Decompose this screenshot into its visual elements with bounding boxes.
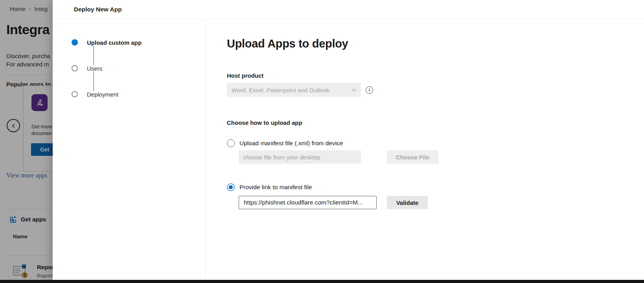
step-label: Users <box>87 65 102 72</box>
stepper-step-deployment[interactable]: Deployment <box>72 91 205 97</box>
step-connector <box>93 71 94 91</box>
panel-header: Deploy New App <box>53 0 644 19</box>
step-label: Deployment <box>87 91 118 98</box>
manifest-file-input[interactable] <box>239 150 361 164</box>
chevron-down-icon <box>351 88 357 92</box>
step-label: Upload custom app <box>87 39 142 46</box>
deploy-new-app-panel: Deploy New App Upload custom app Users D… <box>53 0 644 280</box>
info-icon[interactable]: i <box>366 86 373 94</box>
step-circle-icon <box>72 65 78 71</box>
choose-file-button[interactable]: Choose File <box>387 150 438 164</box>
upload-method-label: Choose how to upload app <box>227 119 644 126</box>
host-product-dropdown[interactable]: Word, Excel, Powerpoint and Outlook <box>227 83 361 97</box>
panel-content: Upload Apps to deploy Host product Word,… <box>206 19 644 280</box>
step-connector <box>93 46 94 65</box>
panel-title: Deploy New App <box>74 6 122 13</box>
step-active-dot-icon <box>72 39 78 46</box>
host-product-label: Host product <box>227 72 644 79</box>
manifest-url-input[interactable] <box>239 196 377 209</box>
validate-button[interactable]: Validate <box>387 196 428 209</box>
screen: Home › Integ Integra Discover, purcha Fo… <box>0 0 644 283</box>
radio-provide-link[interactable] <box>227 183 235 191</box>
upload-manifest-option: Upload manifest file (.xml) from device … <box>227 139 644 164</box>
provide-link-option: Provide link to manifest file Validate <box>227 183 644 209</box>
content-title: Upload Apps to deploy <box>227 37 644 50</box>
stepper-step-users[interactable]: Users <box>72 65 205 71</box>
radio-label[interactable]: Upload manifest file (.xml) from device <box>239 140 343 147</box>
radio-upload-manifest-file[interactable] <box>227 139 235 147</box>
wizard-stepper: Upload custom app Users Deployment <box>53 19 206 280</box>
window-bottom-bar <box>0 280 644 283</box>
host-product-value: Word, Excel, Powerpoint and Outlook <box>232 87 329 93</box>
stepper-step-upload-custom-app[interactable]: Upload custom app <box>72 39 205 46</box>
radio-label[interactable]: Provide link to manifest file <box>239 184 312 191</box>
step-circle-icon <box>72 91 78 97</box>
modal-scrim[interactable] <box>0 0 53 280</box>
